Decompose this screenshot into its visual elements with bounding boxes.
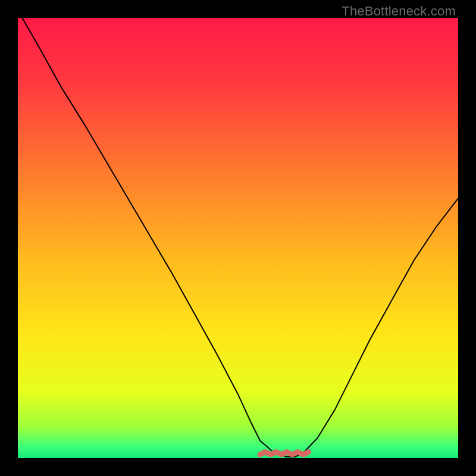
plot-area: [18, 18, 458, 458]
watermark-text: TheBottleneck.com: [342, 4, 456, 19]
chart-frame: TheBottleneck.com: [0, 0, 476, 476]
curve-layer: [18, 18, 458, 458]
flat-bottom-marker: [260, 452, 308, 455]
bottleneck-curve: [22, 18, 458, 457]
